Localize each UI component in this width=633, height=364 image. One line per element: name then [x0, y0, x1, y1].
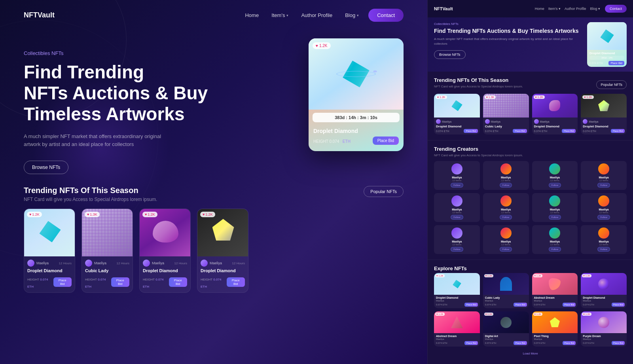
- nav-blog[interactable]: Blog ▾: [345, 12, 359, 18]
- place-bid-button-hero[interactable]: Place Bid: [373, 136, 399, 145]
- bid-button-4[interactable]: Place Bid: [227, 277, 245, 287]
- nav-home[interactable]: Home: [245, 12, 259, 18]
- explore-2: ♥ 1.2K Cubic Lady Maeliya 0.074 ETH Plac…: [483, 273, 529, 308]
- creator-3: Maeliya 12 Items Follow: [532, 161, 578, 190]
- explore-bid-3[interactable]: Place Bid: [563, 303, 576, 307]
- right-nav-blog[interactable]: Blog ▾: [590, 7, 600, 11]
- follow-button-12[interactable]: Follow: [597, 247, 610, 252]
- nft-card-3-bid: HEIGHT 0.074 ETH Place Bid: [143, 275, 187, 289]
- right-bid-sm-4[interactable]: Place Bid: [611, 129, 625, 133]
- follow-button-7[interactable]: Follow: [549, 215, 561, 220]
- right-nav-items[interactable]: Item's ▾: [548, 7, 561, 11]
- explore-bid-7[interactable]: Place Bid: [563, 341, 576, 345]
- contact-button[interactable]: Contact: [368, 9, 404, 22]
- explore-2-bid: 0.074 ETH Place Bid: [485, 303, 527, 307]
- hero-tag: Collectibles NFTs: [24, 50, 293, 56]
- follow-button-9[interactable]: Follow: [451, 247, 463, 252]
- bid-button-1[interactable]: Place Bid: [53, 277, 72, 287]
- items-dropdown-arrow: ▾: [286, 13, 288, 17]
- hero-title: Find TrendingNFTs Auctions & BuyTimeless…: [24, 62, 293, 125]
- nft-card-2-price: HEIGHT 0.074 ETH: [85, 275, 111, 289]
- bid-button-2[interactable]: Place Bid: [111, 277, 129, 287]
- nft-avatar-2: [85, 260, 92, 267]
- right-nft-grid: ♥ 1.2K Maeliya Droplet Diamond 0.074 ETH…: [434, 94, 627, 135]
- hero-nft-card: ♥ 1.2K 383d : 14h : 3m : 10s Droplet Dia…: [309, 38, 404, 151]
- explore-2-user: Maeliya: [485, 300, 527, 302]
- follow-button-11[interactable]: Follow: [549, 247, 561, 252]
- right-hero-card-info: Droplet Diamond 383d : 14h 0.074 ETH Pla…: [587, 50, 627, 67]
- creator-name-6: Maeliya: [501, 208, 511, 211]
- popular-button[interactable]: Popular NFTs: [364, 186, 404, 197]
- creator-items-8: 12 Items: [599, 211, 608, 214]
- nav-items[interactable]: Item's ▾: [271, 12, 288, 18]
- mini-diamond-1: [37, 219, 63, 245]
- right-nav-author[interactable]: Author Profile: [565, 7, 586, 11]
- hero-card-price: HEIGHT 0.074 ETH: [313, 137, 351, 144]
- explore-5-name: Abstract Dream: [436, 335, 478, 337]
- main-section: NFTVault Home Item's ▾ Author Profile Bl…: [0, 0, 427, 364]
- nft-card-1-name: Droplet Diamond: [27, 268, 72, 273]
- bid-button-3[interactable]: Place Bid: [169, 277, 187, 287]
- right-explore-section: Explore NFTs ♥ 1.2K Droplet Diamond Mael…: [428, 260, 633, 364]
- load-more-link[interactable]: Load More: [523, 352, 538, 355]
- right-browse-button[interactable]: Browse NFTs: [434, 50, 466, 59]
- explore-1-bid: 0.074 ETH Place Bid: [436, 303, 478, 307]
- right-popular-button[interactable]: Popular NFTs: [596, 80, 627, 89]
- right-bid-button[interactable]: Place Bid: [608, 61, 624, 65]
- nft-username-3: Maeliya: [152, 261, 172, 265]
- creator-items-4: 12 Items: [599, 179, 608, 182]
- right-nav-home[interactable]: Home: [535, 7, 544, 11]
- right-contact-button[interactable]: Contact: [605, 5, 627, 13]
- follow-button-4[interactable]: Follow: [597, 183, 610, 188]
- creator-name-12: Maeliya: [599, 240, 608, 243]
- creator-9: Maeliya 12 Items Follow: [434, 225, 480, 254]
- right-logo: NFTVault: [434, 6, 453, 11]
- right-explore-title: Explore NFTs: [434, 265, 627, 271]
- explore-5: ♥ 1.2K Abstract Dream Maeliya 0.074 ETH …: [434, 311, 480, 347]
- explore-bid-1[interactable]: Place Bid: [464, 303, 478, 307]
- right-nft-2-user: Maeliya: [485, 119, 527, 124]
- right-nft-4-price: 0.074 ETH: [583, 130, 596, 133]
- right-nft-1-img: ♥ 1.2K: [434, 94, 480, 118]
- right-nft-1-like: ♥ 1.2K: [436, 95, 447, 99]
- right-panel: NFTVault Home Item's ▾ Author Profile Bl…: [427, 0, 633, 364]
- follow-button-8[interactable]: Follow: [597, 215, 610, 220]
- right-bid-sm-3[interactable]: Place Bid: [562, 129, 576, 133]
- explore-4-img: ♥ 1.2K: [581, 273, 627, 295]
- right-bid-sm-1[interactable]: Place Bid: [464, 129, 478, 133]
- right-price: 0.074 ETH: [589, 62, 603, 64]
- explore-bid-2[interactable]: Place Bid: [514, 303, 527, 307]
- explore-bid-5[interactable]: Place Bid: [464, 341, 478, 345]
- countdown-timer: 383d : 14h : 3m : 10s: [313, 113, 400, 122]
- browse-button[interactable]: Browse NFTs: [24, 161, 68, 174]
- right-hero-card-name: Droplet Diamond: [589, 51, 624, 55]
- right-creators-section: Trending Creators NFT Card will give you…: [428, 140, 633, 260]
- explore-bid-6[interactable]: Place Bid: [514, 341, 527, 345]
- logo: NFTVault: [24, 11, 55, 19]
- explore-8: ♥ 1.2K Purple Dream Maeliya 0.074 ETH Pl…: [581, 311, 627, 347]
- explore-5-price: 0.074 ETH: [436, 342, 447, 344]
- right-bid-sm-2[interactable]: Place Bid: [513, 129, 527, 133]
- right-nft-3-name: Droplet Diamond: [534, 125, 576, 128]
- explore-4-like: ♥ 1.2K: [582, 274, 591, 277]
- follow-button-2[interactable]: Follow: [500, 183, 512, 188]
- creator-avatar-11: [549, 228, 560, 239]
- nft-card-2-likes: ♥ 1.3K: [85, 212, 100, 217]
- explore-bid-8[interactable]: Place Bid: [612, 341, 625, 345]
- follow-button-3[interactable]: Follow: [549, 183, 561, 188]
- creator-items-11: 12 Items: [550, 243, 559, 246]
- hero-card-info: Droplet Diamond HEIGHT 0.074 ETH Place B…: [309, 125, 404, 147]
- explore-bid-4[interactable]: Place Bid: [612, 303, 625, 307]
- right-avatar-1: [436, 119, 441, 124]
- creator-avatar-12: [598, 228, 609, 239]
- explore-4: ♥ 1.2K Droplet Diamond Maeliya 0.074 ETH…: [581, 273, 627, 308]
- follow-button-1[interactable]: Follow: [451, 183, 463, 188]
- nav-author[interactable]: Author Profile: [301, 12, 332, 18]
- follow-button-6[interactable]: Follow: [500, 215, 512, 220]
- right-nft-3-like: ♥ 1.2K: [534, 95, 545, 99]
- follow-button-5[interactable]: Follow: [451, 215, 463, 220]
- nft-avatar-4: [201, 260, 208, 267]
- follow-button-10[interactable]: Follow: [500, 247, 512, 252]
- right-nft-4-user: Maeliya: [583, 119, 625, 124]
- creator-11: Maeliya 12 Items Follow: [532, 225, 578, 254]
